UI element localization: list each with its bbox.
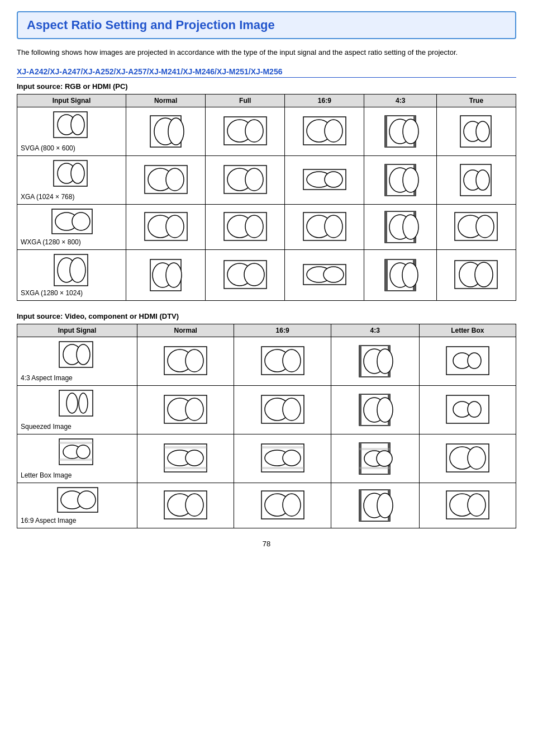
- proj-squeezed-43: [355, 393, 395, 427]
- svg-point-36: [403, 168, 418, 192]
- cell-sxga-full: [206, 249, 285, 300]
- proj-sxga-true: [454, 259, 498, 290]
- svg-point-79: [475, 262, 493, 287]
- th-43-2: 4:3: [331, 324, 419, 337]
- label-xga: XGA (1024 × 768): [17, 155, 126, 204]
- proj-43aspect-43: [355, 344, 395, 378]
- input-img-squeezed: [58, 389, 97, 422]
- svg-rect-13: [385, 116, 387, 147]
- table-pc: Input Signal Normal Full 16:9 4:3 True S…: [17, 94, 516, 301]
- table-row: Squeezed Image: [17, 385, 516, 434]
- proj-sxga-full: [223, 259, 268, 290]
- proj-43aspect-letterbox: [445, 346, 490, 376]
- input-img-sxga: [53, 253, 91, 288]
- cell-169aspect-169: [234, 483, 331, 528]
- svg-rect-107: [359, 394, 361, 426]
- table-row: 16:9 Aspect Image: [17, 483, 516, 528]
- cell-xga-normal: [126, 155, 205, 204]
- svg-point-8: [245, 120, 263, 142]
- proj-169aspect-letterbox: [445, 490, 490, 521]
- table-row: Letter Box Image: [17, 434, 516, 483]
- input-img-svga: [53, 111, 92, 143]
- proj-169aspect-169: [260, 490, 305, 521]
- subsection1-heading: Input source: RGB or HDMI (PC): [17, 82, 516, 91]
- cell-letterbox-normal: [137, 434, 234, 483]
- svg-point-45: [166, 215, 184, 238]
- svg-point-88: [283, 349, 301, 372]
- table-row: SXGA (1280 × 1024): [17, 249, 516, 300]
- th-169-2: 16:9: [234, 324, 331, 337]
- svg-point-96: [468, 353, 481, 368]
- table-row: 4:3 Aspect Image: [17, 337, 516, 385]
- svg-point-11: [325, 120, 342, 142]
- cell-169aspect-43: [331, 483, 419, 528]
- label-svga-text: SVGA (800 × 600): [21, 144, 123, 152]
- proj-svga-43: [380, 115, 421, 148]
- svg-point-28: [245, 168, 263, 191]
- cell-sxga-normal: [126, 249, 205, 300]
- cell-sxga-43: [364, 249, 436, 300]
- cell-sxga-true: [436, 249, 516, 300]
- section-heading: XJ-A242/XJ-A247/XJ-A252/XJ-A257/XJ-M241/…: [17, 67, 516, 78]
- svg-rect-136: [359, 443, 361, 474]
- cell-svga-normal: [126, 107, 205, 155]
- intro-text: The following shows how images are proje…: [17, 47, 516, 58]
- cell-sxga-169: [285, 249, 364, 300]
- label-letterbox: Letter Box Image: [17, 434, 137, 483]
- svg-rect-53: [385, 211, 387, 243]
- svg-point-48: [245, 215, 263, 238]
- proj-xga-43: [380, 163, 421, 197]
- th-input-signal-1: Input Signal: [17, 94, 126, 107]
- page-title: Aspect Ratio Setting and Projection Imag…: [27, 18, 506, 32]
- input-img-wxga: [51, 208, 93, 237]
- svg-point-98: [66, 393, 78, 413]
- svg-point-56: [403, 215, 418, 239]
- cell-169aspect-normal: [137, 483, 234, 528]
- cell-letterbox-43: [331, 434, 419, 483]
- proj-svga-true: [456, 115, 496, 148]
- cell-43aspect-letterbox: [419, 337, 516, 385]
- label-wxga-text: WXGA (1280 × 800): [21, 238, 123, 246]
- label-letterbox-text: Letter Box Image: [21, 471, 135, 479]
- page-title-box: Aspect Ratio Setting and Projection Imag…: [17, 11, 516, 39]
- cell-43aspect-43: [331, 337, 419, 385]
- svg-point-39: [476, 170, 489, 190]
- svg-point-163: [468, 494, 486, 516]
- cell-squeezed-normal: [137, 385, 234, 434]
- proj-xga-normal: [144, 164, 188, 195]
- input-img-169aspect: [56, 486, 99, 516]
- cell-43aspect-normal: [137, 337, 234, 385]
- input-img-xga: [53, 159, 92, 192]
- cell-squeezed-letterbox: [419, 385, 516, 434]
- svg-point-113: [468, 401, 481, 417]
- svg-point-22: [71, 163, 84, 183]
- proj-letterbox-169: [260, 443, 305, 474]
- svg-rect-33: [385, 164, 387, 196]
- cell-svga-169: [285, 107, 364, 155]
- svg-point-82: [77, 344, 90, 365]
- cell-169aspect-letterbox: [419, 483, 516, 528]
- svg-point-160: [377, 493, 393, 518]
- proj-letterbox-43: [355, 442, 395, 475]
- input-img-letterbox: [58, 438, 97, 470]
- cell-svga-43: [364, 107, 436, 155]
- label-squeezed-text: Squeezed Image: [21, 423, 135, 431]
- label-43aspect-text: 4:3 Aspect Image: [21, 374, 135, 382]
- label-43aspect: 4:3 Aspect Image: [17, 337, 137, 385]
- cell-svga-full: [206, 107, 285, 155]
- label-wxga: WXGA (1280 × 800): [17, 204, 126, 249]
- svg-point-93: [377, 349, 393, 374]
- page-number: 78: [17, 540, 516, 548]
- svg-point-105: [283, 398, 301, 420]
- cell-svga-true: [436, 107, 516, 155]
- label-sxga: SXGA (1280 × 1024): [17, 249, 126, 300]
- label-169aspect: 16:9 Aspect Image: [17, 483, 137, 528]
- label-xga-text: XGA (1024 × 768): [21, 193, 123, 201]
- th-letterbox-2: Letter Box: [419, 324, 516, 337]
- svg-point-68: [244, 263, 264, 286]
- cell-xga-169: [285, 155, 364, 204]
- proj-sxga-43: [380, 258, 421, 292]
- svg-point-120: [77, 445, 90, 459]
- th-input-signal-2: Input Signal: [17, 324, 137, 337]
- svg-point-62: [70, 258, 85, 282]
